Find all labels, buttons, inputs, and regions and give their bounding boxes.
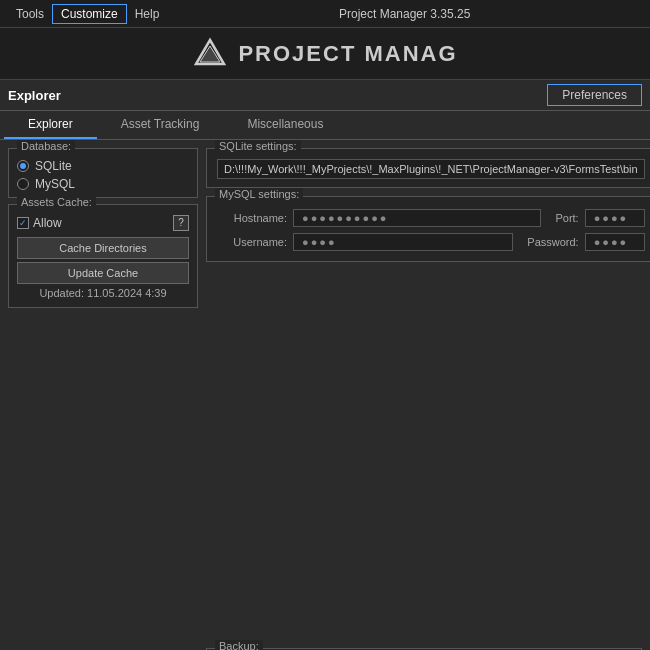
sqlite-path: D:\!!!My_Work\!!!_MyProjects\!_MaxPlugin… [217,159,645,179]
main-content: Database: SQLite MySQL Assets Cache: All… [0,140,650,648]
tab-asset-tracking[interactable]: Asset Tracking [97,111,224,139]
radio-mysql-circle [17,178,29,190]
sqlite-group: SQLite settings: D:\!!!My_Work\!!!_MyPro… [206,148,650,188]
help-button[interactable]: ? [173,215,189,231]
database-group: Database: SQLite MySQL [8,148,198,198]
preferences-button[interactable]: Preferences [547,84,642,106]
update-cache-button[interactable]: Update Cache [17,262,189,284]
app-header: PROJECT MANAG [0,28,650,80]
radio-mysql[interactable]: MySQL [17,177,189,191]
backup-group-label: Backup: [215,640,263,650]
hostname-field[interactable]: ●●●●●●●●●● [293,209,541,227]
cache-directories-button[interactable]: Cache Directories [17,237,189,259]
left-panel: Database: SQLite MySQL Assets Cache: All… [8,148,198,640]
mysql-group-label: MySQL settings: [215,188,303,200]
tabs-bar: Explorer Asset Tracking Miscellaneous [0,111,650,140]
username-field[interactable]: ●●●● [293,233,513,251]
port-field[interactable]: ●●●● [585,209,645,227]
right-panel: SQLite settings: D:\!!!My_Work\!!!_MyPro… [206,148,650,640]
password-field[interactable]: ●●●● [585,233,645,251]
title-bar: Tools Customize Help Project Manager 3.3… [0,0,650,28]
updated-timestamp: Updated: 11.05.2024 4:39 [17,287,189,299]
assets-cache-group: Assets Cache: Allow ? Cache Directories … [8,204,198,308]
mysql-username-row: Username: ●●●● Password: ●●●● [217,233,645,251]
mysql-group: MySQL settings: Hostname: ●●●●●●●●●● Por… [206,196,650,262]
radio-mysql-label: MySQL [35,177,75,191]
assets-cache-label: Assets Cache: [17,196,96,208]
username-label: Username: [217,236,287,248]
app-title-bar: Project Manager 3.35.25 [167,7,642,21]
window-title: Explorer [8,88,61,103]
app-logo: PROJECT MANAG [192,36,457,72]
allow-label: Allow [33,216,62,230]
app-name: PROJECT MANAG [238,41,457,67]
mysql-hostname-row: Hostname: ●●●●●●●●●● Port: ●●●● [217,209,645,227]
radio-sqlite-label: SQLite [35,159,72,173]
tab-miscellaneous[interactable]: Miscellaneous [223,111,347,139]
port-label: Port: [555,212,578,224]
sqlite-group-label: SQLite settings: [215,140,301,152]
password-label: Password: [527,236,578,248]
allow-row: Allow ? [17,211,189,231]
menu-customize[interactable]: Customize [52,4,127,24]
database-group-label: Database: [17,140,75,152]
logo-icon [192,36,228,72]
allow-checkbox[interactable] [17,217,29,229]
window-header: Explorer Preferences [0,80,650,111]
menu-help[interactable]: Help [127,5,168,23]
radio-group: SQLite MySQL [17,155,189,191]
menu-tools[interactable]: Tools [8,5,52,23]
radio-sqlite[interactable]: SQLite [17,159,189,173]
tab-explorer[interactable]: Explorer [4,111,97,139]
radio-sqlite-circle [17,160,29,172]
hostname-label: Hostname: [217,212,287,224]
